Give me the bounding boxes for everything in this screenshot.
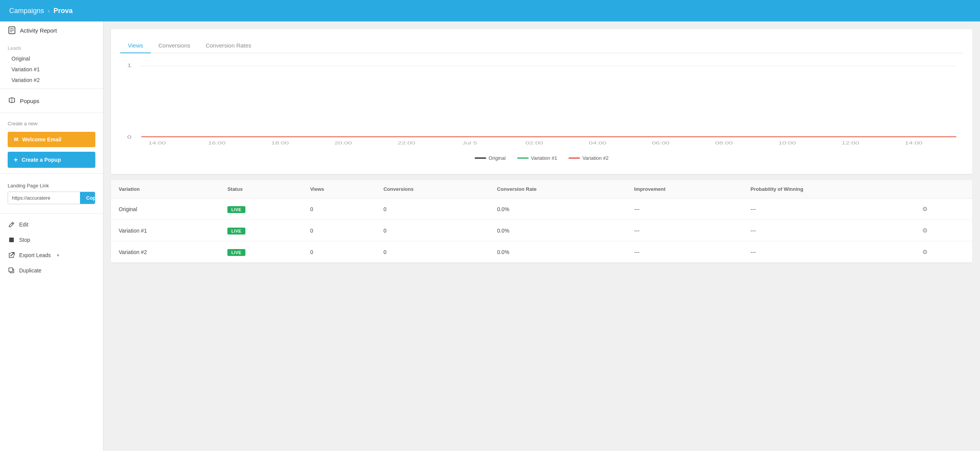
header-chevron-icon: › [48,8,50,14]
stop-icon [8,236,15,244]
status-badge-original: LIVE [227,206,245,213]
variations-table: Variation Status Views Conversions Conve… [111,180,972,262]
legend-original-line [475,157,486,159]
landing-link-row: Copy [8,192,95,204]
landing-page-url-input[interactable] [8,192,80,204]
landing-page-section: Landing Page Link Copy [0,177,103,210]
copy-button[interactable]: Copy [80,192,95,204]
sidebar-export-leads-item[interactable]: Export Leads ▼ [0,248,103,263]
svg-text:14:00: 14:00 [148,141,166,145]
svg-text:08:00: 08:00 [715,141,733,145]
sidebar-sub-original[interactable]: Original [0,53,103,64]
row-variation1-conversions: 0 [376,220,490,241]
duplicate-label: Duplicate [19,267,41,274]
header: Campaigns › Prova [0,0,980,21]
row-variation1-status: LIVE [220,220,302,241]
chart-tabs: Views Conversions Conversion Rates [120,38,963,53]
col-views: Views [302,180,376,198]
legend-variation1: Variation #1 [517,155,557,161]
col-actions [913,180,972,198]
tab-conversions[interactable]: Conversions [151,38,198,53]
legend-variation2-label: Variation #2 [582,155,608,161]
svg-text:20:00: 20:00 [335,141,352,145]
svg-text:18:00: 18:00 [271,141,289,145]
plus-icon: + [14,156,18,163]
row-original-status: LIVE [220,198,302,220]
chart-card: Views Conversions Conversion Rates 1 0 1… [111,29,972,174]
row-original-probability: --- [743,198,913,220]
row-original-views: 0 [302,198,376,220]
welcome-email-button[interactable]: ✉ Welcome Email [8,132,95,147]
sidebar-duplicate-item[interactable]: Duplicate [0,263,103,278]
legend-variation1-line [517,157,529,159]
row-variation1-views: 0 [302,220,376,241]
row-variation2-variation: Variation #2 [111,241,220,263]
svg-rect-6 [9,238,14,242]
sidebar-edit-item[interactable]: Edit [0,217,103,232]
app-layout: Activity Report Leads Original Variation… [0,21,980,451]
sidebar-sub-variation2[interactable]: Variation #2 [0,75,103,85]
table-header: Variation Status Views Conversions Conve… [111,180,972,198]
duplicate-icon [8,267,15,274]
sidebar-item-popups[interactable]: Popups [0,92,103,110]
col-improvement: Improvement [627,180,743,198]
popups-label: Popups [20,98,39,104]
svg-text:02:00: 02:00 [526,141,543,145]
chart-svg: 1 0 14:00 16:00 18:00 20:00 22:00 Jul 5 … [120,61,963,145]
svg-text:1: 1 [127,63,131,69]
col-status: Status [220,180,302,198]
svg-rect-9 [9,268,13,272]
svg-line-7 [11,253,14,256]
create-popup-button[interactable]: + Create a Popup [8,152,95,168]
create-popup-label: Create a Popup [22,157,61,163]
table-body: Original LIVE 0 0 0.0% --- --- ⚙ Variati… [111,198,972,263]
row-original-conversions: 0 [376,198,490,220]
stop-label: Stop [19,237,30,243]
leads-group-label: Leads [0,39,103,53]
svg-text:Jul 5: Jul 5 [462,141,477,145]
row-original-gear-button[interactable]: ⚙ [921,204,929,214]
svg-line-5 [12,223,13,224]
row-variation2-status: LIVE [220,241,302,263]
svg-text:10:00: 10:00 [778,141,796,145]
row-variation1-gear-button[interactable]: ⚙ [921,225,929,236]
sidebar-divider-4 [0,213,103,214]
row-variation2-gear-button[interactable]: ⚙ [921,247,929,257]
sidebar-item-activity-report[interactable]: Activity Report [0,21,103,39]
row-original-conversion-rate: 0.0% [489,198,626,220]
tab-views[interactable]: Views [120,38,151,53]
export-dropdown-icon: ▼ [56,253,60,257]
tab-conversion-rates[interactable]: Conversion Rates [198,38,259,53]
edit-icon [8,221,15,228]
status-badge-variation1: LIVE [227,228,245,235]
row-variation1-probability: --- [743,220,913,241]
col-conversion-rate: Conversion Rate [489,180,626,198]
sidebar-divider-2 [0,113,103,113]
welcome-email-label: Welcome Email [22,136,61,143]
row-variation1-improvement: --- [627,220,743,241]
table-header-row: Variation Status Views Conversions Conve… [111,180,972,198]
status-badge-variation2: LIVE [227,249,245,256]
header-page-title: Prova [54,7,73,15]
export-icon [8,251,15,259]
row-variation2-views: 0 [302,241,376,263]
edit-label: Edit [19,221,28,228]
create-new-label: Create a new: [0,116,103,130]
row-variation2-probability: --- [743,241,913,263]
row-variation2-conversion-rate: 0.0% [489,241,626,263]
table-row: Variation #2 LIVE 0 0 0.0% --- --- ⚙ [111,241,972,263]
svg-text:12:00: 12:00 [842,141,859,145]
legend-original: Original [475,155,506,161]
sidebar-divider-1 [0,89,103,89]
chart-legend: Original Variation #1 Variation #2 [120,151,963,165]
sidebar-sub-variation1[interactable]: Variation #1 [0,64,103,75]
chart-area: 1 0 14:00 16:00 18:00 20:00 22:00 Jul 5 … [120,61,963,145]
landing-page-link-label: Landing Page Link [8,183,95,189]
row-variation2-actions: ⚙ [913,241,972,263]
header-campaigns-link[interactable]: Campaigns [9,7,44,15]
data-table-card: Variation Status Views Conversions Conve… [111,180,972,262]
row-original-variation: Original [111,198,220,220]
svg-text:06:00: 06:00 [652,141,670,145]
sidebar-stop-item[interactable]: Stop [0,232,103,248]
legend-variation1-label: Variation #1 [531,155,557,161]
